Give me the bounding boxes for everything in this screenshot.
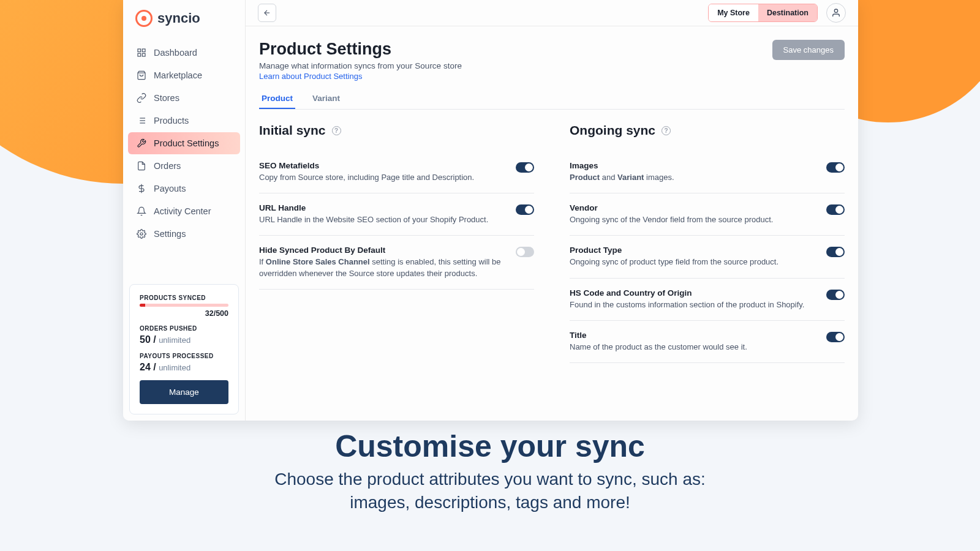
page-subtitle: Manage what information syncs from your …	[259, 61, 462, 70]
sidebar-item-dashboard[interactable]: Dashboard	[128, 42, 240, 64]
orders-limit: unlimited	[159, 335, 190, 345]
my-store-pill[interactable]: My Store	[709, 4, 758, 21]
sidebar-item-marketplace[interactable]: Marketplace	[128, 64, 240, 86]
sidebar: syncio Dashboard Marketplace Stores Prod…	[123, 0, 246, 421]
file-icon	[137, 161, 146, 171]
setting-desc: Found in the customs information section…	[570, 299, 814, 310]
sidebar-item-label: Stores	[154, 93, 179, 103]
setting-title: Images	[570, 161, 814, 170]
toggle-title-sync[interactable]	[826, 332, 845, 342]
tab-product[interactable]: Product	[259, 89, 295, 109]
ongoing-sync-column: Ongoing sync? ImagesProduct and Variant …	[570, 123, 845, 363]
gear-icon	[137, 229, 146, 239]
sidebar-item-label: Marketplace	[154, 70, 202, 80]
setting-desc: URL Handle in the Website SEO section of…	[259, 214, 503, 225]
toggle-images[interactable]	[826, 162, 845, 173]
setting-desc: Product and Variant images.	[570, 172, 814, 183]
sidebar-item-stores[interactable]: Stores	[128, 87, 240, 109]
setting-desc: Ongoing sync of the Vendor field from th…	[570, 214, 814, 225]
destination-pill[interactable]: Destination	[758, 4, 817, 21]
sidebar-item-product-settings[interactable]: Product Settings	[128, 132, 240, 154]
ongoing-sync-title: Ongoing sync	[570, 123, 655, 138]
save-changes-button[interactable]: Save changes	[772, 40, 845, 60]
wrench-icon	[137, 138, 146, 148]
setting-title: URL Handle	[259, 203, 503, 212]
orders-pushed-label: ORDERS PUSHED	[140, 325, 228, 332]
store-switcher: My Store Destination	[708, 4, 818, 22]
initial-sync-title: Initial sync	[259, 123, 326, 138]
svg-point-12	[140, 233, 143, 235]
toggle-hide-synced[interactable]	[516, 247, 534, 257]
main: My Store Destination Product Settings Ma…	[246, 0, 858, 421]
setting-title: HS Code and Country of Origin	[570, 288, 814, 298]
back-button[interactable]	[258, 4, 276, 22]
page-title: Product Settings	[259, 40, 462, 59]
products-synced-label: PRODUCTS SYNCED	[140, 294, 228, 301]
list-icon	[137, 116, 146, 126]
products-synced-value: 32/500	[140, 309, 228, 318]
svg-rect-0	[138, 49, 141, 52]
sidebar-item-activity[interactable]: Activity Center	[128, 200, 240, 222]
toggle-url-handle[interactable]	[516, 204, 534, 215]
sidebar-item-label: Dashboard	[154, 48, 197, 58]
setting-desc: Ongoing sync of product type field from …	[570, 257, 814, 268]
setting-seo-metafields: SEO MetafieldsCopy from Source store, in…	[259, 151, 534, 193]
dollar-icon	[137, 184, 146, 193]
setting-hs-code: HS Code and Country of OriginFound in th…	[570, 279, 845, 321]
sidebar-item-payouts[interactable]: Payouts	[128, 178, 240, 200]
tab-variant[interactable]: Variant	[310, 89, 342, 109]
setting-desc: Name of the product as the customer woul…	[570, 342, 814, 353]
setting-title: Vendor	[570, 203, 814, 212]
sidebar-item-label: Payouts	[154, 184, 186, 193]
toggle-product-type[interactable]	[826, 247, 845, 257]
hero: Customise your sync Choose the product a…	[0, 429, 980, 514]
bell-icon	[137, 206, 146, 216]
svg-point-14	[834, 9, 837, 12]
help-icon[interactable]: ?	[332, 126, 341, 135]
sidebar-item-orders[interactable]: Orders	[128, 155, 240, 177]
initial-sync-column: Initial sync? SEO MetafieldsCopy from So…	[259, 123, 534, 363]
sidebar-item-products[interactable]: Products	[128, 110, 240, 132]
learn-link[interactable]: Learn about Product Settings	[259, 72, 362, 81]
sidebar-item-label: Products	[154, 116, 189, 126]
setting-title: SEO Metafields	[259, 161, 503, 170]
toggle-seo-metafields[interactable]	[516, 162, 534, 173]
nav: Dashboard Marketplace Stores Products Pr…	[123, 37, 245, 278]
manage-button[interactable]: Manage	[140, 380, 228, 404]
toggle-vendor[interactable]	[826, 204, 845, 215]
sidebar-item-label: Orders	[154, 161, 181, 171]
content: Product Settings Manage what information…	[246, 26, 858, 363]
payouts-count: 24 /	[140, 362, 156, 372]
brand-name: syncio	[157, 10, 200, 26]
link-icon	[137, 93, 146, 103]
svg-rect-3	[142, 53, 145, 56]
user-icon	[831, 8, 841, 18]
setting-url-handle: URL HandleURL Handle in the Website SEO …	[259, 193, 534, 236]
toggle-hs-code[interactable]	[826, 290, 845, 300]
setting-title: Title	[570, 331, 814, 340]
sidebar-item-label: Activity Center	[154, 206, 211, 216]
setting-hide-synced: Hide Synced Product By DefaultIf Online …	[259, 236, 534, 289]
setting-desc: Copy from Source store, including Page t…	[259, 172, 503, 183]
hero-subtitle: Choose the product attributes you want t…	[0, 468, 980, 514]
help-icon[interactable]: ?	[662, 126, 671, 135]
grid-icon	[137, 48, 146, 58]
logo-icon	[135, 10, 153, 27]
bag-icon	[137, 70, 146, 80]
setting-title: Hide Synced Product By Default	[259, 246, 503, 255]
payouts-processed-label: PAYOUTS PROCESSED	[140, 353, 228, 359]
svg-rect-2	[138, 53, 141, 56]
products-progress	[140, 304, 228, 307]
setting-desc: If Online Store Sales Channel setting is…	[259, 257, 503, 279]
topbar: My Store Destination	[246, 0, 858, 26]
svg-rect-1	[142, 49, 145, 52]
setting-product-type: Product TypeOngoing sync of product type…	[570, 236, 845, 278]
user-avatar[interactable]	[826, 3, 846, 23]
orders-count: 50 /	[140, 334, 156, 345]
payouts-limit: unlimited	[159, 363, 190, 372]
stats-card: PRODUCTS SYNCED 32/500 ORDERS PUSHED 50 …	[129, 284, 239, 414]
setting-vendor: VendorOngoing sync of the Vendor field f…	[570, 193, 845, 236]
logo: syncio	[123, 0, 245, 37]
sidebar-item-label: Product Settings	[154, 138, 219, 148]
sidebar-item-settings[interactable]: Settings	[128, 223, 240, 245]
